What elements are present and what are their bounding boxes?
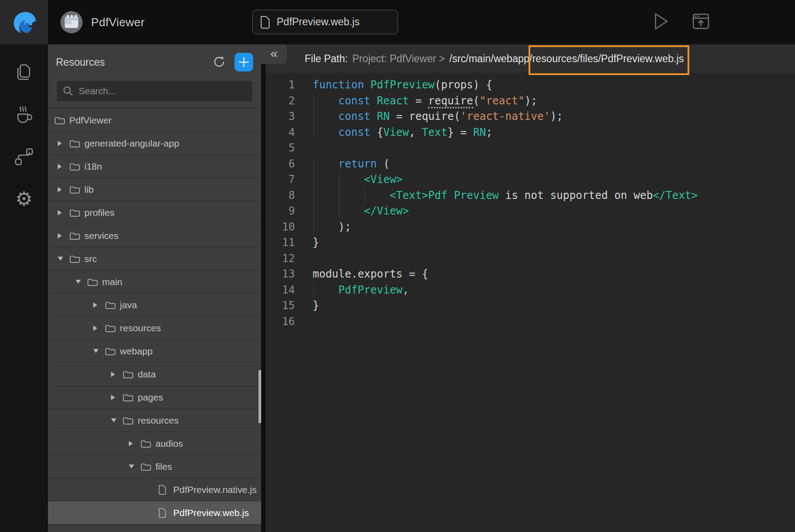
tree-item-label: profiles bbox=[84, 207, 115, 218]
chevron-right-icon[interactable] bbox=[58, 164, 69, 169]
app-avatar-icon bbox=[60, 11, 83, 34]
tree-item-i18n[interactable]: i18n bbox=[48, 155, 261, 178]
chevron-right-icon[interactable] bbox=[58, 233, 69, 238]
chevron-right-icon[interactable] bbox=[58, 141, 69, 146]
tree-item-PdfViewer[interactable]: PdfViewer bbox=[48, 108, 261, 131]
tree-item-java[interactable]: java bbox=[48, 293, 261, 316]
nav-java-services-button[interactable] bbox=[0, 93, 48, 135]
code-line-2: 2 const React = require("react"); bbox=[266, 93, 795, 109]
tree-item-resources[interactable]: resources bbox=[48, 409, 261, 432]
tree-scrollbar[interactable] bbox=[258, 370, 261, 423]
file-path-highlighted: resources/files/PdfPreview.web.js bbox=[532, 53, 684, 65]
tree-item-src[interactable]: src bbox=[48, 247, 261, 270]
resources-panel: Resources bbox=[48, 44, 261, 532]
tree-item-data[interactable]: data bbox=[48, 362, 261, 385]
folder-icon bbox=[105, 346, 120, 356]
folder-icon bbox=[54, 115, 69, 125]
code-line-8: 8 <Text>Pdf Preview is not supported on … bbox=[266, 188, 795, 204]
chevron-right-icon[interactable] bbox=[129, 441, 140, 446]
code-line-7: 7 <View> bbox=[266, 172, 795, 188]
open-file-tab[interactable]: PdfPreview.web.js bbox=[252, 10, 398, 34]
tree-item-label: generated-angular-app bbox=[84, 138, 179, 149]
add-resource-button[interactable] bbox=[235, 53, 253, 71]
line-number: 7 bbox=[266, 172, 295, 188]
tree-item-webapp[interactable]: webapp bbox=[48, 339, 261, 362]
gear-icon: ⚙ bbox=[15, 189, 32, 209]
tree-item-main[interactable]: main bbox=[48, 270, 261, 293]
nav-flows-button[interactable] bbox=[0, 135, 48, 178]
tree-item-label: PdfPreview.native.js bbox=[173, 484, 257, 495]
line-number: 12 bbox=[266, 251, 295, 267]
file-path-bar: File Path: Project: PdfViewer > /src/mai… bbox=[266, 44, 795, 73]
tree-item-generated-angular-app[interactable]: generated-angular-app bbox=[48, 131, 261, 155]
run-preview-button[interactable] bbox=[649, 10, 672, 33]
chevron-down-icon[interactable] bbox=[93, 349, 105, 353]
chevron-down-icon[interactable] bbox=[58, 257, 69, 261]
chevron-down-icon[interactable] bbox=[111, 418, 123, 422]
line-number: 2 bbox=[266, 93, 295, 109]
refresh-button[interactable] bbox=[211, 55, 227, 70]
wave-logo-icon bbox=[11, 9, 37, 35]
search-icon bbox=[63, 86, 73, 96]
tree-item-audios[interactable]: audios bbox=[48, 432, 261, 455]
app-identity: PdfViewer bbox=[60, 0, 145, 44]
folder-icon bbox=[69, 231, 84, 240]
app-title: PdfViewer bbox=[91, 16, 145, 29]
line-number: 6 bbox=[266, 156, 295, 172]
publish-button[interactable] bbox=[689, 10, 712, 33]
file-path-prefix: /src/main/webapp/ bbox=[449, 53, 533, 65]
code-line-3: 3 const RN = require('react-native'); bbox=[266, 109, 795, 125]
refresh-icon bbox=[212, 55, 226, 69]
search-input[interactable] bbox=[79, 86, 246, 96]
tree-item-label: src bbox=[84, 254, 97, 264]
nav-settings-button[interactable]: ⚙ bbox=[0, 178, 48, 220]
tree-item-pages[interactable]: pages bbox=[48, 385, 261, 409]
file-path-label: File Path: bbox=[305, 53, 348, 65]
chevron-right-icon[interactable] bbox=[93, 326, 105, 331]
file-icon bbox=[158, 484, 173, 495]
indent-guide bbox=[314, 109, 314, 125]
code-line-9: 9 </View> bbox=[266, 203, 795, 219]
tree-item-services[interactable]: services bbox=[48, 224, 261, 247]
tree-item-partial bbox=[48, 524, 261, 531]
chevron-down-icon[interactable] bbox=[129, 465, 140, 468]
code-line-10: 10 ); bbox=[266, 219, 795, 235]
chevron-right-icon[interactable] bbox=[58, 187, 69, 192]
code-line-6: 6 return ( bbox=[266, 156, 795, 172]
chevron-right-icon[interactable] bbox=[111, 395, 123, 400]
chevron-right-icon[interactable] bbox=[58, 210, 69, 215]
flow-connector-icon bbox=[14, 147, 34, 167]
file-path-project: Project: PdfViewer > bbox=[352, 53, 445, 65]
indent-guide bbox=[339, 203, 340, 219]
code-line-14: 14 PdfPreview, bbox=[266, 282, 795, 298]
resource-search[interactable] bbox=[56, 80, 253, 102]
code-line-13: 13module.exports = { bbox=[266, 266, 795, 282]
line-number: 10 bbox=[266, 219, 295, 235]
line-number: 4 bbox=[266, 125, 295, 141]
tree-item-files[interactable]: files bbox=[48, 455, 261, 478]
tree-item-profiles[interactable]: profiles bbox=[48, 201, 261, 224]
code-line-5: 5 bbox=[266, 140, 795, 156]
top-bar: PdfViewer PdfPreview.web.js bbox=[0, 0, 795, 44]
tree-item-PdfPreview.web.js[interactable]: PdfPreview.web.js bbox=[48, 501, 261, 524]
chevron-down-icon[interactable] bbox=[76, 280, 87, 284]
folder-icon bbox=[69, 139, 84, 148]
tree-item-lib[interactable]: lib bbox=[48, 178, 261, 201]
code-line-4: 4 const {View, Text} = RN; bbox=[266, 125, 795, 141]
tree-item-label: i18n bbox=[84, 161, 102, 172]
chevron-right-icon[interactable] bbox=[93, 302, 105, 308]
indent-guide bbox=[365, 188, 365, 204]
line-number: 15 bbox=[266, 298, 295, 314]
tree-item-resources[interactable]: resources bbox=[48, 316, 261, 339]
chevron-right-icon[interactable] bbox=[111, 372, 123, 377]
tree-item-PdfPreview.native.js[interactable]: PdfPreview.native.js bbox=[48, 478, 261, 501]
tree-item-label: files bbox=[155, 461, 172, 472]
folder-icon bbox=[69, 185, 84, 194]
line-number: 5 bbox=[266, 140, 295, 156]
indent-guide bbox=[314, 93, 314, 109]
tree-item-label: java bbox=[120, 300, 137, 310]
pages-icon bbox=[14, 62, 34, 83]
product-logo[interactable] bbox=[0, 0, 48, 44]
collapse-panel-button[interactable]: « bbox=[261, 44, 287, 64]
nav-pages-button[interactable] bbox=[0, 51, 48, 93]
